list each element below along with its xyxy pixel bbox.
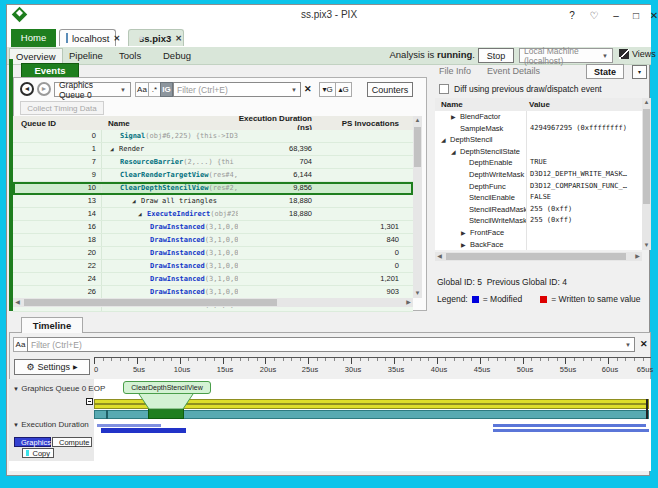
tab-pipeline[interactable]: Pipeline: [63, 48, 109, 63]
queue-dropdown[interactable]: Graphics Queue 0▼: [54, 82, 131, 97]
state-row[interactable]: StencilReadMask255 (0xff): [435, 204, 642, 216]
tab-debug[interactable]: Debug: [157, 48, 197, 63]
ruler-major-ticks: [94, 358, 651, 364]
chevron-down-icon[interactable]: ▼: [625, 342, 631, 348]
track-label-eop[interactable]: ▼ Graphics Queue 0 EOP: [13, 384, 105, 393]
legend-compute-button[interactable]: Compute: [52, 437, 92, 447]
event-row[interactable]: 18DrawInstanced(3,1,0,0)840: [13, 234, 413, 247]
tab-event-details[interactable]: Event Details: [487, 64, 540, 79]
event-row[interactable]: 16DrawInstanced(3,1,0,0)1,301: [13, 221, 413, 234]
legend-graphics-button[interactable]: Graphics: [14, 437, 51, 447]
tab-state[interactable]: State: [586, 64, 624, 79]
state-row[interactable]: DepthFuncD3D12_COMPARISON_FUNC_…: [435, 181, 642, 193]
analysis-status: Analysis is running.: [347, 49, 475, 60]
collect-timing-data-button[interactable]: Collect Timing Data: [20, 101, 104, 115]
event-row[interactable]: 14◢ExecuteIndirect(obj#28,10218,880: [13, 208, 413, 221]
event-row[interactable]: 0Signal(obj#6,225) {this->ID3C: [13, 130, 413, 143]
expander-icon[interactable]: ◢: [441, 135, 450, 146]
events-filter-input[interactable]: Filter (Ctrl+E) ▼: [173, 82, 301, 97]
state-legend: Legend: = Modified = Written to same val…: [437, 294, 641, 304]
event-row-selected[interactable]: 10ClearDepthStencilView(res#2,9,856: [13, 182, 413, 195]
machine-dropdown[interactable]: Local Machine (localhost)▼: [519, 48, 613, 63]
expander-icon[interactable]: ◢: [110, 143, 119, 155]
tab-home[interactable]: Home: [11, 29, 56, 47]
scroll-left-arrow[interactable]: ◀: [435, 252, 444, 261]
exec-duration-bar[interactable]: [97, 424, 161, 427]
close-button[interactable]: ✕: [645, 8, 658, 24]
expander-icon[interactable]: ▶: [461, 228, 470, 239]
minimize-button[interactable]: –: [607, 8, 625, 24]
expander-icon[interactable]: ◢: [132, 195, 141, 207]
state-row[interactable]: ▶FrontFace: [435, 227, 642, 239]
scroll-right-arrow[interactable]: ▶: [633, 252, 642, 261]
state-row[interactable]: DepthWriteMaskD3D12_DEPTH_WRITE_MASK…: [435, 169, 642, 181]
expander-icon[interactable]: ◢: [138, 208, 147, 220]
tab-localhost[interactable]: localhost ✕: [59, 29, 116, 46]
settings-button[interactable]: ⚙ Settings ▶: [14, 359, 90, 375]
tab-file-info[interactable]: File Info: [439, 64, 471, 79]
scroll-down-arrow[interactable]: ▼: [413, 289, 422, 298]
scrollbar-thumb[interactable]: [24, 299, 277, 306]
prev-group-button[interactable]: ▴G: [335, 82, 352, 97]
eop-start-marker[interactable]: [86, 398, 93, 405]
help-button[interactable]: ?: [563, 8, 581, 24]
state-row[interactable]: SampleMask4294967295 (0xffffffff): [435, 123, 642, 135]
timeline-panel-tab[interactable]: Timeline: [21, 317, 83, 333]
tab-overview[interactable]: Overview: [9, 48, 63, 64]
panel-menu-button[interactable]: ▾: [632, 65, 647, 79]
event-row[interactable]: 22DrawInstanced(3,1,0,0)0: [13, 260, 413, 273]
state-row[interactable]: ◢DepthStencilState: [435, 146, 642, 158]
match-case-toggle[interactable]: Aa: [13, 337, 28, 352]
ruler-label: 45us: [474, 365, 490, 374]
state-row[interactable]: ▶BlendFactor: [435, 111, 642, 123]
event-row[interactable]: 20DrawInstanced(3,1,0,0)0: [13, 247, 413, 260]
events-panel-tab[interactable]: Events: [21, 63, 79, 78]
diff-checkbox[interactable]: [439, 84, 449, 94]
state-row[interactable]: ◢DepthStencil: [435, 134, 642, 146]
expander-icon[interactable]: ◢: [451, 147, 460, 158]
next-event-button[interactable]: ►: [37, 82, 51, 96]
tab-tools[interactable]: Tools: [113, 48, 147, 63]
state-row[interactable]: StencilEnableFALSE: [435, 192, 642, 204]
scroll-up-arrow[interactable]: ▲: [642, 98, 651, 107]
event-row[interactable]: 24DrawInstanced(3,1,0,0)1,201: [13, 273, 413, 286]
feedback-heart-icon[interactable]: ♡: [585, 8, 603, 24]
timeline-filter-input[interactable]: Filter (Ctrl+E) ▼: [27, 337, 635, 352]
state-row[interactable]: DepthEnableTRUE: [435, 157, 642, 169]
state-row[interactable]: ▶BackFace: [435, 239, 642, 251]
legend-copy-button[interactable]: Copy: [22, 448, 54, 458]
match-case-toggle[interactable]: Aa: [135, 82, 149, 97]
exec-duration-bar[interactable]: [493, 429, 649, 432]
maximize-button[interactable]: □: [627, 8, 645, 24]
prev-event-button[interactable]: ◄: [20, 82, 34, 96]
event-row[interactable]: 1◢Render68,396: [13, 143, 413, 156]
views-button[interactable]: Views: [619, 49, 656, 59]
tab-sspix3[interactable]: ss.pix3 ✕: [128, 29, 184, 46]
chevron-down-icon[interactable]: ▼: [291, 87, 297, 93]
scroll-up-arrow[interactable]: ▲: [413, 116, 422, 125]
clear-filter-button[interactable]: ✕: [304, 84, 312, 94]
event-row[interactable]: 13◢Draw all triangles18,880: [13, 195, 413, 208]
scrollbar-thumb[interactable]: [414, 127, 421, 167]
close-tab-icon[interactable]: ✕: [175, 34, 182, 43]
clear-filter-button[interactable]: ✕: [640, 339, 648, 349]
close-tab-icon[interactable]: ✕: [114, 34, 121, 43]
scroll-left-arrow[interactable]: ◀: [13, 298, 22, 307]
scrollbar-thumb[interactable]: [446, 253, 626, 260]
exec-duration-bar[interactable]: [493, 424, 646, 427]
expander-icon[interactable]: ▶: [451, 112, 460, 123]
state-row[interactable]: StencilWriteMask255 (0xff): [435, 215, 642, 227]
next-group-button[interactable]: ▾G: [319, 82, 336, 97]
event-row[interactable]: 7ResourceBarrier(2,...) {thi704: [13, 156, 413, 169]
event-row[interactable]: 9ClearRenderTargetView(res#4,6,144: [13, 169, 413, 182]
track-label-exec[interactable]: ▼ Execution Duration: [13, 420, 89, 429]
counters-button[interactable]: Counters: [367, 82, 413, 97]
ignore-case-toggle[interactable]: IG: [160, 82, 173, 97]
scroll-right-arrow[interactable]: ▶: [404, 298, 413, 307]
scroll-down-arrow[interactable]: ▼: [642, 241, 651, 250]
exec-duration-bar[interactable]: [101, 428, 186, 433]
expander-icon[interactable]: ▶: [461, 240, 470, 251]
scrollbar-thumb[interactable]: [643, 109, 650, 204]
stop-button[interactable]: Stop: [478, 48, 514, 63]
selected-event-segment[interactable]: [148, 409, 184, 419]
